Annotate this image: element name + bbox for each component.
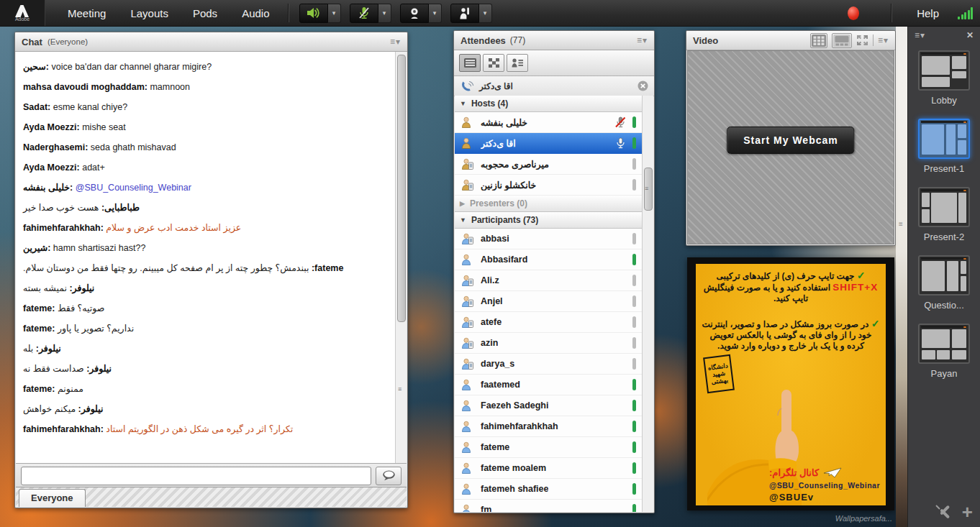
attendee-name: fateme — [481, 442, 509, 452]
layout-thumbnail[interactable] — [918, 119, 970, 159]
chat-tab-everyone[interactable]: Everyone — [19, 489, 86, 507]
layout-item-present1[interactable]: Present-1 — [908, 119, 980, 181]
attendee-list-view-button[interactable] — [459, 54, 481, 72]
attendee-row[interactable]: خلیلی بنفشه — [455, 112, 643, 133]
attendee-row[interactable]: fahimehfarahkhah — [455, 416, 643, 437]
attendees-section-participants[interactable]: ▼Participants (73) — [455, 212, 643, 229]
layout-item-present2[interactable]: Present-2 — [908, 187, 980, 249]
chat-message-text: بله — [23, 344, 33, 354]
layouts-close-icon[interactable]: ✕ — [966, 30, 974, 40]
manage-layouts-icon[interactable] — [935, 504, 950, 520]
adobe-connect-window: Adobe MeetingLayoutsPodsAudio ▾ — [0, 0, 980, 527]
chat-send-button[interactable] — [376, 467, 401, 485]
video-filmstrip-view-button[interactable] — [832, 33, 852, 48]
sidebar-collapse-grip[interactable]: ≡ — [899, 220, 903, 228]
layout-thumbnail[interactable] — [918, 255, 970, 295]
menu-pods[interactable]: Pods — [181, 1, 230, 25]
attendee-icon — [461, 400, 474, 411]
attendee-row[interactable]: fateme — [455, 437, 643, 458]
layout-item-payan[interactable]: Payan — [908, 324, 980, 386]
start-webcam-button[interactable]: Start My Webcam — [727, 127, 854, 154]
chat-scrollbar[interactable]: ≡ — [395, 52, 407, 463]
chat-message-input[interactable] — [21, 467, 371, 485]
menu-audio[interactable]: Audio — [230, 1, 281, 25]
chat-message: Ayda Moezzi: adat+ — [16, 157, 407, 178]
microphone-dropdown[interactable]: ▾ — [378, 4, 391, 23]
webcam-dropdown[interactable]: ▾ — [429, 4, 442, 23]
attendee-row[interactable]: Anjel — [455, 291, 643, 312]
attendee-name: darya_s — [481, 359, 514, 369]
breakout-view-button[interactable] — [483, 54, 504, 72]
webcam-button[interactable] — [400, 4, 429, 23]
attendee-row[interactable]: Abbasifard — [455, 249, 643, 270]
attendees-scrollbar[interactable]: ≡ — [642, 96, 653, 512]
attendees-pod-menu-icon[interactable]: ≡▾ — [637, 35, 648, 45]
raise-hand-button[interactable] — [450, 4, 479, 23]
connection-status-icon[interactable] — [958, 6, 973, 19]
chat-message-text: voice ba'dan dar channel gharar migire? — [52, 62, 212, 72]
attendee-name: fm — [481, 505, 491, 512]
attendee-row[interactable]: abbasi — [455, 229, 643, 249]
phone-row-close-button[interactable] — [638, 81, 648, 91]
attendee-row[interactable]: Ali.z — [455, 270, 643, 291]
adobe-a-icon — [14, 5, 31, 17]
raise-hand-dropdown[interactable]: ▾ — [479, 4, 492, 23]
attendee-row[interactable]: darya_s — [455, 354, 643, 375]
attendee-name: fatemeh shafiee — [481, 484, 548, 494]
adobe-logo[interactable]: Adobe — [0, 0, 45, 26]
attendee-status-view-button[interactable] — [507, 54, 528, 72]
chat-message-text: mamnoon — [150, 82, 190, 92]
attendees-section-hosts[interactable]: ▼Hosts (4) — [455, 96, 643, 112]
attendee-row[interactable]: fateme moalem — [455, 458, 643, 479]
video-grid-view-button[interactable] — [810, 33, 827, 48]
video-header-icons: ≡▾ — [810, 33, 889, 48]
attendee-row[interactable]: azin — [455, 333, 643, 354]
chat-scrollbar-thumb[interactable] — [397, 55, 406, 322]
attendees-section-presenters[interactable]: ▶Presenters (0) — [455, 196, 643, 212]
chat-message: Ayda Moezzi: mishe seat — [16, 117, 407, 137]
attendee-name: Ali.z — [481, 275, 499, 285]
chat-message-author: fateme: — [23, 384, 55, 394]
recording-indicator[interactable] — [848, 6, 859, 20]
layout-thumbnail[interactable] — [918, 50, 970, 91]
speaker-dropdown[interactable]: ▾ — [328, 4, 341, 23]
attendee-row[interactable]: خانکشلو نازنین — [455, 175, 643, 196]
attendee-row[interactable]: میرناصری محجوبه — [455, 154, 643, 175]
attendee-row[interactable]: atefe — [455, 312, 643, 333]
fullscreen-icon[interactable] — [856, 35, 868, 46]
menu-meeting[interactable]: Meeting — [55, 1, 118, 25]
chat-resize-grip[interactable]: ≡ — [398, 386, 401, 393]
layout-thumbnail[interactable] — [918, 324, 970, 364]
presence-indicator — [632, 504, 636, 512]
attendee-row[interactable]: faatemed — [455, 375, 643, 395]
chat-message-text: هست خوب صدا خیر — [23, 203, 99, 213]
attendee-row[interactable]: اقا ی‌دکتر — [455, 133, 643, 154]
chat-pod: Chat (Everyone) ≡▾ سحین: voice ba'dan da… — [14, 32, 408, 508]
attendee-device-icon — [461, 233, 474, 244]
chat-message-author: fahimehfarahkhah: — [23, 223, 104, 233]
video-pod-menu-icon[interactable]: ≡▾ — [878, 35, 889, 45]
webcam-control: ▾ — [400, 4, 442, 23]
layout-thumbnail[interactable] — [918, 187, 970, 227]
presence-indicator — [632, 275, 636, 286]
attendee-icon — [461, 504, 474, 512]
attendee-icon — [461, 441, 474, 453]
attendee-row[interactable]: fatemeh shafiee — [455, 479, 643, 500]
layout-item-lobby[interactable]: Lobby — [908, 50, 980, 113]
speaker-button[interactable] — [299, 4, 328, 23]
layouts-menu-icon[interactable]: ≡▾ — [915, 30, 925, 40]
attendee-row[interactable]: Faezeh Sadeghi — [455, 395, 643, 416]
presence-indicator — [632, 379, 636, 390]
menu-layouts[interactable]: Layouts — [118, 1, 181, 25]
help-menu[interactable]: Help — [898, 7, 958, 19]
chat-pod-menu-icon[interactable]: ≡▾ — [390, 37, 401, 47]
attendee-row[interactable]: fm — [455, 500, 643, 512]
speech-bubble-icon — [382, 470, 396, 481]
layout-item-questions[interactable]: Questio... — [908, 255, 980, 318]
chat-message-author: خلیلی بنفشه: — [23, 183, 73, 193]
microphone-button[interactable] — [350, 4, 378, 23]
add-layout-icon[interactable]: + — [962, 504, 973, 520]
phone-conference-row: اقا ی‌دکتر — [454, 76, 654, 96]
chat-message: نیلوفر: بله — [16, 339, 407, 359]
toolbar-divider — [288, 4, 289, 22]
